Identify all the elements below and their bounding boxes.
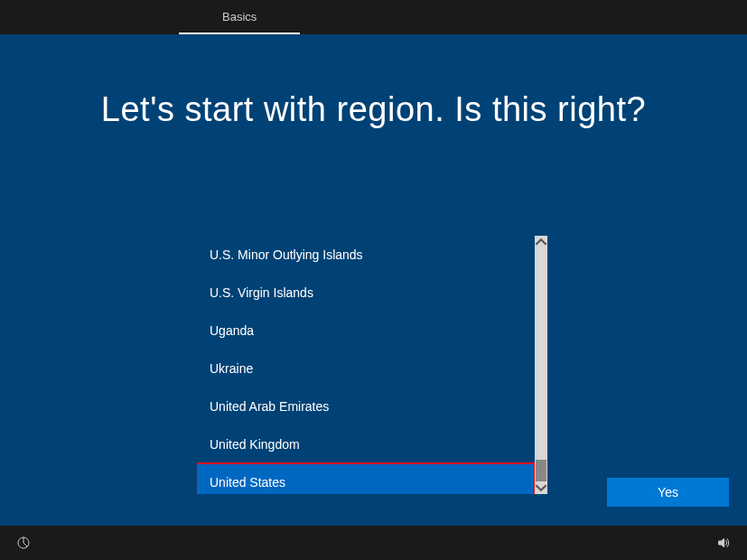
bottom-bar: [0, 526, 747, 560]
list-item[interactable]: United Kingdom: [197, 425, 535, 463]
region-label: United Arab Emirates: [210, 399, 329, 414]
tab-label: Basics: [222, 10, 257, 23]
region-label: Ukraine: [210, 361, 253, 376]
list-item[interactable]: Uganda: [197, 312, 535, 350]
list-item[interactable]: United Arab Emirates: [197, 387, 535, 425]
page-title: Let's start with region. Is this right?: [0, 90, 747, 129]
region-label: U.S. Minor Outlying Islands: [210, 247, 363, 262]
tab-basics[interactable]: Basics: [179, 0, 300, 34]
region-label: Uganda: [210, 323, 254, 338]
list-item-selected[interactable]: United States: [197, 463, 535, 494]
list-item[interactable]: U.S. Minor Outlying Islands: [197, 236, 535, 274]
list-item[interactable]: U.S. Virgin Islands: [197, 274, 535, 312]
main-content: Let's start with region. Is this right? …: [0, 34, 747, 526]
scroll-thumb[interactable]: [536, 460, 546, 481]
list-item[interactable]: Ukraine: [197, 350, 535, 387]
volume-icon[interactable]: [716, 536, 731, 550]
scroll-up-icon[interactable]: [535, 236, 547, 248]
scrollbar[interactable]: [535, 236, 547, 494]
region-label: United States: [210, 475, 285, 490]
scroll-down-icon[interactable]: [535, 481, 547, 494]
accessibility-icon[interactable]: [16, 536, 31, 550]
region-list-container: U.S. Minor Outlying Islands U.S. Virgin …: [197, 236, 547, 494]
region-label: United Kingdom: [210, 437, 300, 452]
yes-button-label: Yes: [658, 485, 678, 499]
scroll-track[interactable]: [535, 248, 547, 481]
region-label: U.S. Virgin Islands: [210, 285, 313, 300]
yes-button[interactable]: Yes: [607, 478, 729, 507]
region-list: U.S. Minor Outlying Islands U.S. Virgin …: [197, 236, 535, 494]
top-bar: Basics: [0, 0, 747, 34]
